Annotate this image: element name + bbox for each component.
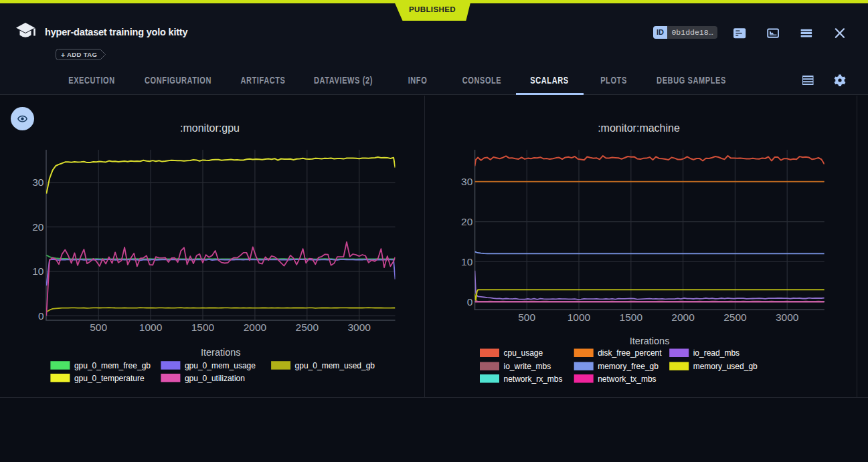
svg-text::monitor:gpu: :monitor:gpu <box>180 122 240 134</box>
svg-text:1500: 1500 <box>620 312 643 323</box>
svg-text:500: 500 <box>518 312 535 323</box>
svg-text:disk_free_percent: disk_free_percent <box>598 348 662 358</box>
svg-text:gpu_0_utilization: gpu_0_utilization <box>185 374 245 383</box>
svg-text:network_tx_mbs: network_tx_mbs <box>598 374 656 384</box>
svg-text:10: 10 <box>32 265 44 277</box>
svg-text:20: 20 <box>461 216 473 227</box>
svg-text:500: 500 <box>90 322 107 333</box>
svg-text:+: + <box>61 50 65 58</box>
svg-text:memory_free_gb: memory_free_gb <box>598 362 659 371</box>
svg-text:1000: 1000 <box>139 322 163 333</box>
svg-text:gpu_0_mem_free_gb: gpu_0_mem_free_gb <box>74 361 151 370</box>
svg-text:2000: 2000 <box>244 322 267 333</box>
svg-text:Iterations: Iterations <box>201 347 241 358</box>
svg-text:2500: 2500 <box>723 312 747 323</box>
svg-text:2000: 2000 <box>671 312 695 323</box>
svg-text:10: 10 <box>461 256 473 267</box>
svg-text:3000: 3000 <box>347 322 371 333</box>
svg-text:io_write_mbs: io_write_mbs <box>504 362 551 371</box>
svg-text:ADD TAG: ADD TAG <box>67 51 97 58</box>
svg-text:memory_used_gb: memory_used_gb <box>693 362 758 371</box>
svg-text:Iterations: Iterations <box>630 336 670 346</box>
svg-text:0: 0 <box>38 310 44 322</box>
svg-text:1500: 1500 <box>191 322 215 333</box>
svg-text:2500: 2500 <box>296 322 319 333</box>
svg-text::monitor:machine: :monitor:machine <box>598 122 680 134</box>
svg-text:0: 0 <box>467 296 473 308</box>
svg-text:gpu_0_mem_usage: gpu_0_mem_usage <box>185 361 256 370</box>
svg-text:cpu_usage: cpu_usage <box>504 348 543 358</box>
svg-text:network_rx_mbs: network_rx_mbs <box>504 374 563 384</box>
svg-text:gpu_0_temperature: gpu_0_temperature <box>74 374 145 383</box>
svg-text:1000: 1000 <box>568 312 591 323</box>
svg-text:20: 20 <box>32 221 44 233</box>
svg-text:3000: 3000 <box>776 312 799 323</box>
svg-text:30: 30 <box>461 176 473 187</box>
svg-text:io_read_mbs: io_read_mbs <box>693 348 740 358</box>
svg-text:gpu_0_mem_used_gb: gpu_0_mem_used_gb <box>295 361 375 370</box>
svg-text:30: 30 <box>32 177 44 188</box>
